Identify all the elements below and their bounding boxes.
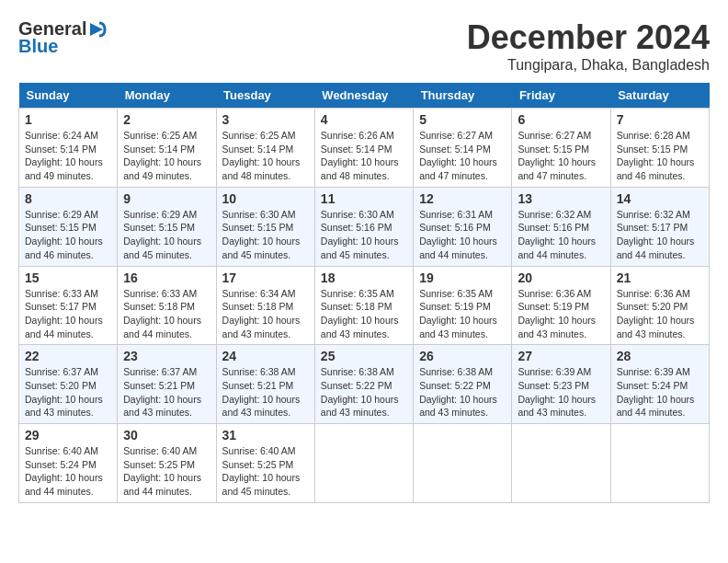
day-info: Sunrise: 6:36 AM Sunset: 5:20 PM Dayligh… [617,287,703,341]
day-info: Sunrise: 6:39 AM Sunset: 5:23 PM Dayligh… [518,365,604,419]
day-number: 16 [123,270,210,285]
day-number: 8 [25,191,111,206]
day-number: 31 [222,428,309,442]
day-number: 14 [617,191,703,206]
day-info: Sunrise: 6:37 AM Sunset: 5:21 PM Dayligh… [123,365,210,419]
col-sunday: Sunday [19,83,118,109]
calendar-cell: 30 Sunrise: 6:40 AM Sunset: 5:25 PM Dayl… [118,424,216,503]
calendar-cell: 17 Sunrise: 6:34 AM Sunset: 5:18 PM Dayl… [216,266,314,345]
calendar-cell: 27 Sunrise: 6:39 AM Sunset: 5:23 PM Dayl… [512,345,610,424]
title-section: December 2024 Tungipara, Dhaka, Banglade… [467,18,710,74]
col-saturday: Saturday [610,83,709,109]
calendar-cell: 28 Sunrise: 6:39 AM Sunset: 5:24 PM Dayl… [610,345,709,424]
calendar-cell: 14 Sunrise: 6:32 AM Sunset: 5:17 PM Dayl… [610,187,709,266]
logo: General Blue [18,18,107,57]
day-number: 17 [222,270,309,285]
day-info: Sunrise: 6:27 AM Sunset: 5:15 PM Dayligh… [518,129,604,183]
day-info: Sunrise: 6:34 AM Sunset: 5:18 PM Dayligh… [222,287,309,341]
calendar-cell: 6 Sunrise: 6:27 AM Sunset: 5:15 PM Dayli… [512,109,610,188]
calendar-cell: 9 Sunrise: 6:29 AM Sunset: 5:15 PM Dayli… [118,187,216,266]
calendar-cell: 8 Sunrise: 6:29 AM Sunset: 5:15 PM Dayli… [19,187,118,266]
calendar-cell: 10 Sunrise: 6:30 AM Sunset: 5:15 PM Dayl… [216,187,314,266]
day-number: 24 [222,349,309,363]
day-info: Sunrise: 6:29 AM Sunset: 5:15 PM Dayligh… [25,208,111,262]
col-friday: Friday [512,83,610,109]
calendar-cell: 18 Sunrise: 6:35 AM Sunset: 5:18 PM Dayl… [314,266,413,345]
calendar-cell: 22 Sunrise: 6:37 AM Sunset: 5:20 PM Dayl… [19,345,118,424]
day-number: 9 [123,191,210,206]
calendar-cell [610,424,709,503]
day-info: Sunrise: 6:26 AM Sunset: 5:14 PM Dayligh… [321,129,407,183]
calendar-cell: 4 Sunrise: 6:26 AM Sunset: 5:14 PM Dayli… [314,109,413,188]
col-monday: Monday [118,83,216,109]
day-info: Sunrise: 6:37 AM Sunset: 5:20 PM Dayligh… [25,365,111,419]
day-info: Sunrise: 6:33 AM Sunset: 5:17 PM Dayligh… [25,287,111,341]
day-number: 4 [321,112,407,127]
calendar-body: 1 Sunrise: 6:24 AM Sunset: 5:14 PM Dayli… [19,109,710,503]
calendar-cell: 26 Sunrise: 6:38 AM Sunset: 5:22 PM Dayl… [414,345,512,424]
day-info: Sunrise: 6:38 AM Sunset: 5:22 PM Dayligh… [419,365,506,419]
calendar-row: 1 Sunrise: 6:24 AM Sunset: 5:14 PM Dayli… [19,109,710,188]
day-number: 20 [518,270,604,285]
day-number: 12 [419,191,506,206]
day-info: Sunrise: 6:25 AM Sunset: 5:14 PM Dayligh… [222,129,309,183]
col-wednesday: Wednesday [314,83,413,109]
day-number: 26 [419,349,506,363]
day-number: 10 [222,191,309,206]
day-info: Sunrise: 6:35 AM Sunset: 5:19 PM Dayligh… [419,287,506,341]
calendar-row: 15 Sunrise: 6:33 AM Sunset: 5:17 PM Dayl… [19,266,710,345]
day-info: Sunrise: 6:40 AM Sunset: 5:25 PM Dayligh… [222,444,309,499]
calendar-header-row: Sunday Monday Tuesday Wednesday Thursday… [19,83,710,109]
day-number: 15 [25,270,111,285]
calendar-cell: 21 Sunrise: 6:36 AM Sunset: 5:20 PM Dayl… [610,266,709,345]
calendar-cell: 13 Sunrise: 6:32 AM Sunset: 5:16 PM Dayl… [512,187,610,266]
calendar-subtitle: Tungipara, Dhaka, Bangladesh [467,57,710,74]
day-number: 2 [123,112,210,127]
day-info: Sunrise: 6:38 AM Sunset: 5:21 PM Dayligh… [222,365,309,419]
calendar-cell: 11 Sunrise: 6:30 AM Sunset: 5:16 PM Dayl… [314,187,413,266]
day-number: 6 [518,112,604,127]
calendar-cell: 24 Sunrise: 6:38 AM Sunset: 5:21 PM Dayl… [216,345,314,424]
day-number: 23 [123,349,210,363]
day-info: Sunrise: 6:39 AM Sunset: 5:24 PM Dayligh… [617,365,703,419]
calendar-cell [414,424,512,503]
day-info: Sunrise: 6:40 AM Sunset: 5:24 PM Dayligh… [25,444,111,499]
calendar-cell: 5 Sunrise: 6:27 AM Sunset: 5:14 PM Dayli… [414,109,512,188]
day-info: Sunrise: 6:33 AM Sunset: 5:18 PM Dayligh… [123,287,210,341]
day-number: 1 [25,112,111,127]
day-number: 5 [419,112,506,127]
day-info: Sunrise: 6:30 AM Sunset: 5:16 PM Dayligh… [321,208,407,262]
day-number: 3 [222,112,309,127]
day-number: 22 [25,349,111,363]
calendar-cell: 16 Sunrise: 6:33 AM Sunset: 5:18 PM Dayl… [118,266,216,345]
day-number: 7 [617,112,703,127]
day-number: 18 [321,270,407,285]
day-number: 19 [419,270,506,285]
day-info: Sunrise: 6:29 AM Sunset: 5:15 PM Dayligh… [123,208,210,262]
day-info: Sunrise: 6:24 AM Sunset: 5:14 PM Dayligh… [25,129,111,183]
calendar-cell: 19 Sunrise: 6:35 AM Sunset: 5:19 PM Dayl… [414,266,512,345]
day-number: 11 [321,191,407,206]
calendar-cell: 20 Sunrise: 6:36 AM Sunset: 5:19 PM Dayl… [512,266,610,345]
col-tuesday: Tuesday [216,83,314,109]
calendar-cell [512,424,610,503]
calendar-row: 22 Sunrise: 6:37 AM Sunset: 5:20 PM Dayl… [19,345,710,424]
calendar-cell: 29 Sunrise: 6:40 AM Sunset: 5:24 PM Dayl… [19,424,118,503]
day-info: Sunrise: 6:31 AM Sunset: 5:16 PM Dayligh… [419,208,506,262]
day-number: 13 [518,191,604,206]
day-info: Sunrise: 6:36 AM Sunset: 5:19 PM Dayligh… [518,287,604,341]
calendar-cell: 3 Sunrise: 6:25 AM Sunset: 5:14 PM Dayli… [216,109,314,188]
day-info: Sunrise: 6:40 AM Sunset: 5:25 PM Dayligh… [123,444,210,499]
calendar-title: December 2024 [467,18,710,57]
day-number: 30 [123,428,210,442]
calendar-cell [314,424,413,503]
day-number: 25 [321,349,407,363]
day-info: Sunrise: 6:27 AM Sunset: 5:14 PM Dayligh… [419,129,506,183]
calendar-table: Sunday Monday Tuesday Wednesday Thursday… [18,83,710,503]
calendar-cell: 31 Sunrise: 6:40 AM Sunset: 5:25 PM Dayl… [216,424,314,503]
calendar-cell: 15 Sunrise: 6:33 AM Sunset: 5:17 PM Dayl… [19,266,118,345]
calendar-row: 8 Sunrise: 6:29 AM Sunset: 5:15 PM Dayli… [19,187,710,266]
calendar-cell: 12 Sunrise: 6:31 AM Sunset: 5:16 PM Dayl… [414,187,512,266]
svg-marker-0 [90,23,103,36]
day-info: Sunrise: 6:30 AM Sunset: 5:15 PM Dayligh… [222,208,309,262]
